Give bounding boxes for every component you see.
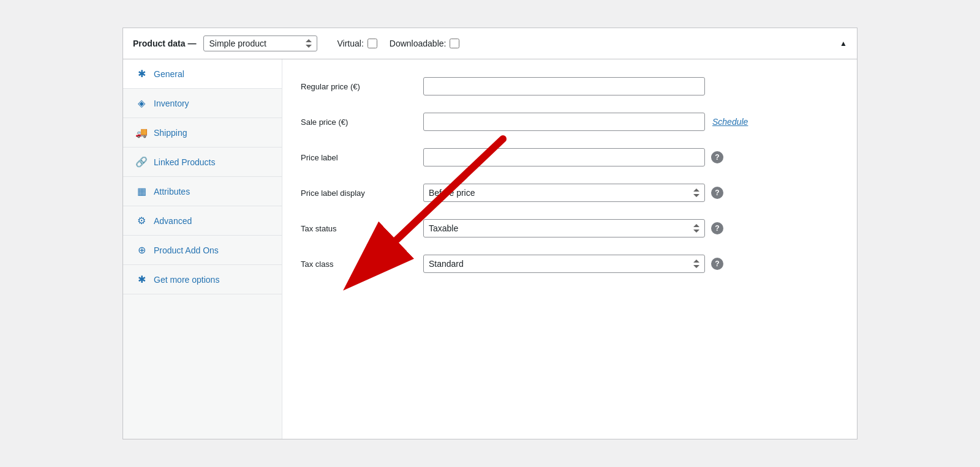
- sidebar-item-label: General: [154, 69, 184, 79]
- sidebar-item-label: Shipping: [154, 128, 187, 138]
- form-row-sale-price: Sale price (€) Schedule: [301, 110, 839, 134]
- link-icon: 🔗: [135, 156, 148, 168]
- product-data-body: ✱ General ◈ Inventory 🚚 Shipping 🔗 Linke…: [123, 59, 857, 439]
- diamond-icon: ◈: [135, 97, 148, 109]
- sidebar-item-label: Advanced: [154, 216, 192, 226]
- tax-class-select[interactable]: Standard Reduced rate Zero rate: [423, 255, 705, 273]
- sidebar-item-label: Get more options: [154, 275, 219, 285]
- truck-icon: 🚚: [135, 127, 148, 138]
- sidebar-item-inventory[interactable]: ◈ Inventory: [123, 89, 282, 118]
- price-label-display-label: Price label display: [301, 189, 423, 198]
- header-checkboxes: Virtual: Downloadable:: [337, 39, 459, 48]
- sidebar-item-label: Attributes: [154, 187, 190, 196]
- tax-class-help-icon[interactable]: ?: [711, 258, 723, 270]
- form-row-price-label: Price label ?: [301, 145, 839, 170]
- collapse-icon[interactable]: ▲: [840, 39, 847, 48]
- downloadable-label: Downloadable:: [390, 39, 447, 48]
- schedule-link[interactable]: Schedule: [712, 117, 748, 127]
- wrench-icon: ✱: [135, 68, 148, 80]
- table-icon: ▦: [135, 185, 148, 197]
- form-row-price-label-display: Price label display Before price After p…: [301, 181, 839, 205]
- form-row-regular-price: Regular price (€): [301, 74, 839, 99]
- price-label-display-help-icon[interactable]: ?: [711, 187, 723, 199]
- sidebar-item-advanced[interactable]: ⚙ Advanced: [123, 206, 282, 236]
- price-label-help-icon[interactable]: ?: [711, 151, 723, 163]
- tax-status-help-icon[interactable]: ?: [711, 222, 723, 234]
- product-data-panel: Product data — Simple product Variable p…: [123, 28, 858, 439]
- sidebar-item-label: Linked Products: [154, 157, 215, 167]
- virtual-label: Virtual:: [337, 39, 363, 48]
- regular-price-label: Regular price (€): [301, 82, 423, 91]
- sale-price-label: Sale price (€): [301, 118, 423, 127]
- price-label-label: Price label: [301, 153, 423, 162]
- sidebar-item-general[interactable]: ✱ General: [123, 59, 282, 89]
- gear-icon: ⚙: [135, 215, 148, 226]
- product-type-select[interactable]: Simple product Variable product Grouped …: [203, 35, 317, 51]
- tax-class-label: Tax class: [301, 260, 423, 269]
- tax-status-label: Tax status: [301, 224, 423, 233]
- main-content: Regular price (€) Sale price (€) Schedul…: [282, 59, 857, 439]
- regular-price-input[interactable]: [423, 77, 705, 95]
- star-icon: ✱: [135, 274, 148, 285]
- product-data-header: Product data — Simple product Variable p…: [123, 28, 857, 59]
- virtual-checkbox[interactable]: [368, 39, 377, 48]
- sidebar-item-get-more-options[interactable]: ✱ Get more options: [123, 265, 282, 294]
- sidebar-item-attributes[interactable]: ▦ Attributes: [123, 177, 282, 206]
- sidebar: ✱ General ◈ Inventory 🚚 Shipping 🔗 Linke…: [123, 59, 282, 439]
- sidebar-item-label: Product Add Ons: [154, 245, 219, 255]
- circle-plus-icon: ⊕: [135, 244, 148, 256]
- sidebar-item-shipping[interactable]: 🚚 Shipping: [123, 118, 282, 148]
- sidebar-item-label: Inventory: [154, 99, 189, 108]
- product-data-title: Product data —: [133, 39, 196, 48]
- price-label-display-select[interactable]: Before price After price Inline: [423, 184, 705, 202]
- sidebar-item-linked-products[interactable]: 🔗 Linked Products: [123, 148, 282, 177]
- tax-status-select[interactable]: Taxable Shipping only None: [423, 219, 705, 237]
- sale-price-input[interactable]: [423, 113, 705, 131]
- virtual-checkbox-label[interactable]: Virtual:: [337, 39, 377, 48]
- downloadable-checkbox[interactable]: [450, 39, 459, 48]
- price-label-input[interactable]: [423, 148, 705, 166]
- downloadable-checkbox-label[interactable]: Downloadable:: [390, 39, 460, 48]
- form-row-tax-class: Tax class Standard Reduced rate Zero rat…: [301, 252, 839, 276]
- sidebar-item-product-add-ons[interactable]: ⊕ Product Add Ons: [123, 236, 282, 265]
- form-row-tax-status: Tax status Taxable Shipping only None ?: [301, 216, 839, 241]
